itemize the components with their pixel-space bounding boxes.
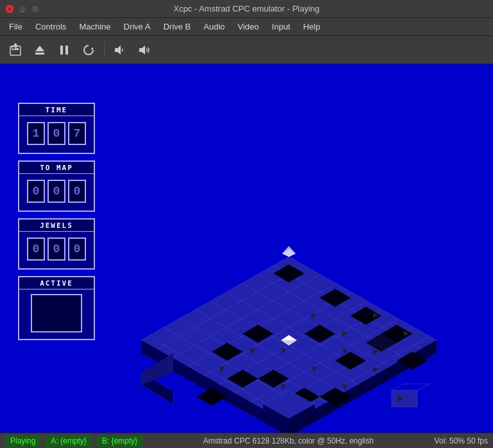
active-display [19, 289, 94, 337]
menu-machine[interactable]: Machine [73, 19, 117, 34]
status-drive-b: B: {empty} [97, 435, 143, 447]
window-controls: × _ □ [5, 4, 40, 13]
toolbar [0, 36, 493, 64]
reset-button[interactable] [78, 40, 99, 60]
tomap-label: TO MAP [19, 162, 94, 174]
insert-disk-icon [8, 43, 22, 57]
svg-line-69 [392, 384, 404, 390]
status-info: Amstrad CPC 6128 128Kb, color @ 50Hz, en… [143, 436, 435, 445]
jewels-digit-3: 0 [68, 237, 86, 261]
pause-button[interactable] [54, 40, 74, 60]
time-digit-2: 0 [48, 122, 65, 145]
svg-marker-9 [115, 46, 121, 55]
close-button[interactable]: × [5, 4, 14, 13]
jewels-digit-2: 0 [48, 237, 65, 261]
game-board-svg: ▶ ▶ ▶ ▼ ▶ ▶ ▼ ▼ ▼ ▼ ▼ [122, 154, 456, 433]
menu-help[interactable]: Help [297, 19, 327, 34]
svg-rect-2 [17, 48, 19, 50]
time-digit-3: 7 [68, 122, 86, 145]
time-panel: TIME 1 0 7 [18, 103, 95, 154]
svg-text:▶: ▶ [404, 327, 410, 338]
titlebar: × _ □ Xcpc - Amstrad CPC emulator - Play… [0, 0, 493, 18]
svg-text:▼: ▼ [219, 363, 225, 374]
menu-video[interactable]: Video [231, 19, 265, 34]
minimize-button[interactable]: _ [18, 4, 27, 13]
emulator-screen: TIME 1 0 7 TO MAP 0 0 0 JEWELS 0 0 0 ACT… [0, 64, 493, 433]
time-digit-1: 1 [27, 122, 45, 145]
tomap-display: 0 0 0 [19, 174, 94, 209]
jewels-panel: JEWELS 0 0 0 [18, 218, 95, 270]
volume-up-icon [137, 43, 151, 57]
svg-marker-10 [139, 46, 145, 55]
svg-text:▼: ▼ [311, 363, 317, 374]
jewels-label: JEWELS [19, 220, 94, 232]
eject-button[interactable] [30, 40, 50, 60]
iso-platform: ▶ ▶ ▶ ▼ ▶ ▶ ▼ ▼ ▼ ▼ ▼ [141, 246, 437, 433]
menu-input[interactable]: Input [265, 19, 297, 34]
svg-text:▼: ▼ [342, 381, 348, 392]
svg-text:▼: ▼ [250, 345, 255, 356]
menu-audio[interactable]: Audio [197, 19, 231, 34]
volume-down-icon [113, 43, 127, 57]
menubar: File Controls Machine Drive A Drive B Au… [0, 18, 493, 36]
tomap-digit-1: 0 [27, 180, 45, 203]
svg-text:▶: ▶ [342, 327, 348, 338]
jewels-digit-1: 0 [27, 237, 45, 261]
volume-down-button[interactable] [110, 40, 130, 60]
status-volume: Vol: 50% 50 fps [435, 436, 488, 445]
eject-icon [33, 43, 47, 57]
window-title: Xcpc - Amstrad CPC emulator - Playing [173, 4, 320, 13]
svg-text:▼: ▼ [281, 381, 286, 392]
active-display-box [31, 294, 82, 332]
maximize-button[interactable]: □ [31, 4, 40, 13]
svg-text:▼: ▼ [281, 345, 286, 356]
status-drive-a: A: {empty} [46, 435, 91, 447]
pause-icon [57, 43, 71, 57]
svg-rect-5 [35, 53, 44, 55]
menu-controls[interactable]: Controls [29, 19, 73, 34]
active-panel: ACTIVE [18, 276, 95, 340]
statusbar: Playing A: {empty} B: {empty} Amstrad CP… [0, 433, 493, 448]
tomap-digit-2: 0 [48, 180, 65, 203]
svg-text:▶: ▶ [373, 363, 379, 374]
reset-icon [82, 43, 96, 57]
active-label: ACTIVE [19, 277, 94, 289]
insert-disk-button[interactable] [5, 40, 26, 60]
svg-marker-4 [35, 46, 44, 51]
svg-rect-6 [60, 46, 63, 55]
svg-text:▶: ▶ [373, 309, 379, 320]
tomap-digit-3: 0 [68, 180, 86, 203]
svg-marker-68 [392, 390, 417, 407]
game-board: ▶ ▶ ▶ ▼ ▶ ▶ ▼ ▼ ▼ ▼ ▼ [122, 154, 456, 433]
toolbar-separator [104, 42, 105, 58]
status-playing: Playing [5, 435, 40, 447]
time-display: 1 0 7 [19, 116, 94, 151]
jewels-display: 0 0 0 [19, 232, 94, 266]
svg-rect-7 [65, 46, 68, 55]
menu-drive-a[interactable]: Drive A [117, 19, 157, 34]
tomap-panel: TO MAP 0 0 0 [18, 160, 95, 212]
time-label: TIME [19, 104, 94, 116]
svg-marker-8 [91, 47, 93, 50]
svg-line-70 [417, 384, 430, 390]
menu-file[interactable]: File [3, 19, 29, 34]
svg-text:▶: ▶ [373, 345, 379, 356]
svg-text:▼: ▼ [342, 345, 348, 356]
svg-text:▶: ▶ [398, 393, 404, 403]
menu-drive-b[interactable]: Drive B [157, 19, 197, 34]
svg-text:▶: ▶ [311, 309, 317, 320]
volume-up-button[interactable] [134, 40, 155, 60]
